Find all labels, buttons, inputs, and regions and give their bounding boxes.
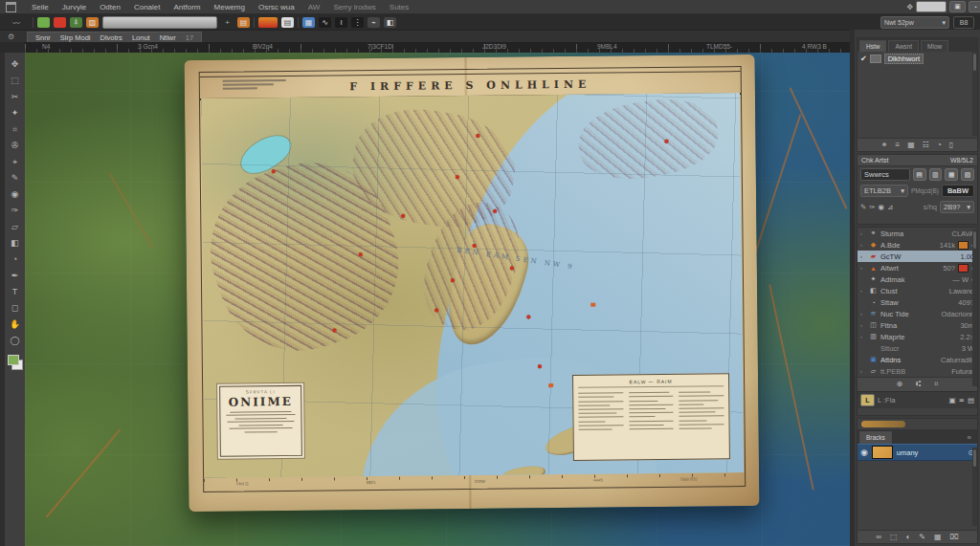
- batch-icon[interactable]: ⑆: [916, 380, 921, 389]
- gear-icon[interactable]: ⚙: [8, 33, 14, 41]
- shape-tool[interactable]: ◻: [7, 300, 23, 316]
- vintage-map-document[interactable]: F IRFFERE S ONLHLINE: [185, 55, 760, 512]
- mode-label[interactable]: PMqcd(B): [911, 187, 939, 194]
- stamp2-icon[interactable]: ◉: [879, 203, 885, 211]
- brush2-icon[interactable]: ✑: [869, 203, 875, 211]
- layer-thumbnail[interactable]: [872, 446, 893, 459]
- menu-window[interactable]: AW: [308, 3, 321, 11]
- doc-tab-2[interactable]: Slrp Modi: [60, 33, 91, 42]
- prop-row[interactable]: ›◫ Fttna30m: [858, 319, 977, 331]
- angle-icon[interactable]: ⊿: [887, 203, 893, 211]
- link2-icon[interactable]: ∞: [876, 533, 881, 541]
- clock-icon[interactable]: ◔: [937, 141, 942, 149]
- canvas-area[interactable]: F IRFFERE S ONLHLINE: [25, 53, 850, 546]
- menu-image[interactable]: Odten: [100, 3, 121, 11]
- hand-tool[interactable]: ✋: [7, 317, 23, 332]
- stamp-tool[interactable]: ◉: [7, 186, 23, 202]
- panel-menu-icon[interactable]: ≡: [964, 431, 975, 444]
- layers-scrollbar[interactable]: [972, 448, 977, 526]
- curve-icon[interactable]: ∿: [319, 17, 331, 28]
- menu-file[interactable]: Seile: [32, 3, 49, 11]
- gradient-bar-icon[interactable]: [102, 16, 217, 29]
- orange-texture-icon[interactable]: ▨: [86, 17, 99, 28]
- search-input[interactable]: Swwrcs: [860, 168, 910, 181]
- prop-row[interactable]: ›◧ CtustLawand: [858, 285, 977, 296]
- foreground-color-swatch[interactable]: [8, 355, 19, 365]
- grid-icon[interactable]: ▦: [907, 141, 915, 149]
- layer-badge[interactable]: L: [860, 394, 875, 406]
- clock-button[interactable]: ◔: [969, 1, 980, 12]
- prop-row[interactable]: ›⚭ SturmaCLAVA: [858, 228, 977, 239]
- tab-notes[interactable]: Mlow: [921, 40, 948, 52]
- prop-row[interactable]: ›≋ Nuc TideOdacrionn: [858, 308, 977, 319]
- preset-dropdown[interactable]: Nwt 52pw▾: [880, 16, 949, 29]
- menu-edit[interactable]: Jurvyle: [62, 3, 86, 11]
- group-icon[interactable]: ▦: [934, 533, 942, 541]
- workspace-switcher-button[interactable]: [916, 1, 947, 12]
- map-field[interactable]: BEN EAM SEN NW 9 SFRVTA LI ONIIME EALW —…: [201, 93, 744, 478]
- font-dropdown[interactable]: ETLB2B▾: [860, 185, 908, 197]
- draw-icon[interactable]: ✎: [919, 533, 925, 541]
- move-tool[interactable]: ✥: [7, 56, 23, 72]
- curve2-icon[interactable]: ≀: [335, 17, 347, 28]
- prop-row[interactable]: ›▱ tt.PEBBFuturat: [858, 365, 977, 377]
- mini-icon-1[interactable]: ▣: [949, 396, 956, 404]
- white-doc-icon[interactable]: ▤: [281, 17, 294, 28]
- babw-button[interactable]: BaBW: [942, 185, 974, 197]
- levels-icon[interactable]: ⋮: [351, 17, 364, 28]
- text-tool[interactable]: T: [7, 284, 23, 299]
- properties-scrollbar[interactable]: [972, 229, 977, 386]
- brush-tool[interactable]: ✎: [7, 170, 23, 186]
- eye-icon[interactable]: ◉: [860, 448, 868, 457]
- doc-tab-5[interactable]: Ntlwr: [160, 33, 176, 42]
- size-dropdown[interactable]: 2B9?▾: [940, 201, 974, 213]
- marquee-tool[interactable]: ⬚: [7, 73, 23, 88]
- menu-filter[interactable]: Mewemg: [214, 3, 245, 11]
- new-layer-icon[interactable]: ⬚: [890, 533, 898, 541]
- plant-green-icon[interactable]: ⍋: [70, 17, 82, 28]
- blur-tool[interactable]: ◔: [7, 251, 23, 267]
- gradient-tool[interactable]: ◧: [7, 235, 23, 251]
- lasso-icon[interactable]: ⌁: [368, 17, 380, 28]
- tab-actions[interactable]: Awsnt: [888, 40, 919, 52]
- menu-help[interactable]: Sutes: [390, 3, 409, 11]
- eraser-tool[interactable]: ▱: [7, 219, 23, 234]
- heal-tool[interactable]: ⌖: [7, 154, 23, 169]
- panel-toggle-button[interactable]: ▣: [949, 1, 966, 12]
- crop-tool[interactable]: ⌗: [7, 121, 23, 137]
- prop-row[interactable]: ✦ Adtmak— W ▾: [858, 273, 977, 285]
- adjust-icon[interactable]: ◐: [905, 533, 910, 541]
- color-pill[interactable]: [861, 421, 905, 427]
- prop-row[interactable]: Sttucr3 W: [858, 342, 977, 354]
- prop-row[interactable]: ›▥ Mtaprte2.2>: [858, 331, 977, 342]
- apply-button[interactable]: B8: [953, 16, 974, 29]
- history-brush-tool[interactable]: ✑: [7, 203, 23, 218]
- eyedropper-tool[interactable]: ✇: [7, 138, 23, 153]
- history-item[interactable]: ✔ Dlkhhwort: [858, 52, 977, 66]
- style-button-2[interactable]: ▥: [929, 168, 943, 181]
- red-swatch-icon[interactable]: [54, 17, 66, 28]
- wand-tool[interactable]: ✦: [7, 105, 23, 120]
- link-icon[interactable]: ⚭: [881, 141, 888, 149]
- mini-icon-2[interactable]: ≖: [959, 396, 965, 404]
- list-icon[interactable]: ≡: [896, 141, 901, 149]
- red-swatch[interactable]: [958, 264, 969, 273]
- layer-row[interactable]: ◉ umany ⊙: [858, 444, 977, 461]
- menu-extras[interactable]: Serry lrodws: [333, 3, 375, 11]
- history-scrollbar[interactable]: [972, 52, 977, 136]
- prop-row[interactable]: ›▲ Altwrt50? ▾: [858, 262, 977, 273]
- menu-select[interactable]: Antform: [174, 3, 201, 11]
- mini-icon-3[interactable]: ▤: [968, 396, 974, 404]
- orange-box-icon[interactable]: ▤: [237, 17, 250, 28]
- pen-tool[interactable]: ✒: [7, 268, 23, 283]
- layer-name[interactable]: umany: [897, 448, 919, 457]
- ref-icon[interactable]: ☷: [923, 141, 929, 149]
- lasso-tool[interactable]: ✂: [7, 89, 23, 104]
- grid2-icon[interactable]: ⌗: [934, 380, 939, 389]
- orange-swatch[interactable]: [958, 241, 969, 250]
- prop-row[interactable]: ›◆ A.Bde141k ▾: [858, 239, 977, 251]
- prop-row-selected[interactable]: ›▰ GcTW1.00: [858, 251, 977, 262]
- prop-row[interactable]: ◔ Sttaw409?: [858, 296, 977, 308]
- warm-gradient-icon[interactable]: [258, 17, 278, 28]
- color-swatches[interactable]: [8, 355, 23, 370]
